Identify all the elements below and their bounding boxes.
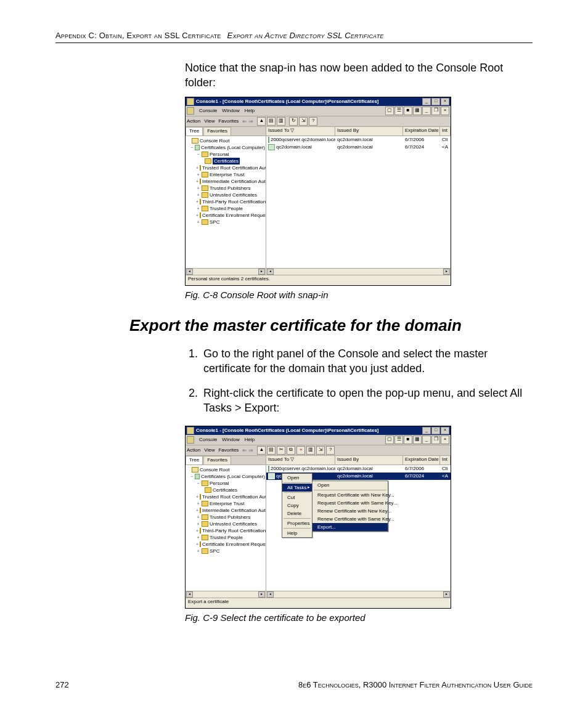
child-restore-button[interactable]: ❐	[431, 107, 440, 115]
menu-view[interactable]: View	[204, 118, 214, 124]
tree-hscroll[interactable]: ◂ ▸	[186, 591, 266, 598]
tree-enroll[interactable]: Certificate Enrollment Requests	[202, 541, 266, 548]
tree-body[interactable]: Console Root −Certificates (Local Comput…	[186, 465, 266, 591]
cut-icon[interactable]: ✂	[277, 446, 285, 455]
child-restore-button[interactable]: ❐	[431, 436, 440, 444]
scroll-right-icon[interactable]: ▸	[443, 269, 450, 275]
tree-trusted-root[interactable]: Trusted Root Certification Authoritie	[202, 493, 266, 500]
col-intended[interactable]: Int	[440, 456, 451, 465]
ctx-renew-new-key[interactable]: Renew Certificate with New Key...	[312, 507, 388, 515]
col-intended[interactable]: Int	[440, 127, 451, 136]
ctx-delete[interactable]: Delete	[282, 509, 312, 517]
scroll-right-icon[interactable]: ▸	[258, 591, 265, 598]
ctx-export[interactable]: Export...	[312, 523, 388, 531]
back-icon[interactable]: ⇐	[242, 447, 247, 453]
new-icon[interactable]: ▢	[385, 107, 394, 115]
close-button[interactable]: ×	[441, 98, 449, 105]
back-icon[interactable]: ⇐	[242, 118, 247, 124]
ctx-copy[interactable]: Copy	[282, 501, 312, 509]
tree-trusted-pub[interactable]: Trusted Publishers	[210, 514, 250, 521]
list-icon[interactable]: ▤	[267, 117, 276, 126]
copy-icon[interactable]: ⧉	[287, 446, 295, 455]
table-row[interactable]: 2000qcserver.qc2domain.local qc2domain.l…	[266, 136, 451, 144]
col-issued-to[interactable]: Issued To ▽	[266, 127, 335, 136]
menu-window[interactable]: Window	[222, 108, 239, 113]
ctx-help[interactable]: Help	[282, 529, 312, 537]
tree-certificates[interactable]: Certificates	[213, 487, 237, 493]
menu-console[interactable]: Console	[199, 437, 217, 442]
col-expiration[interactable]: Expiration Date	[403, 456, 440, 465]
menu-window[interactable]: Window	[222, 437, 239, 442]
open-icon[interactable]: ☰	[394, 107, 403, 115]
tab-tree[interactable]: Tree	[186, 127, 203, 136]
minimize-button[interactable]: _	[422, 98, 431, 105]
tree-spc[interactable]: SPC	[210, 548, 219, 554]
tree-enterprise[interactable]: Enterprise Trust	[210, 171, 244, 178]
list-icon[interactable]: ▤	[267, 446, 276, 455]
menu-console[interactable]: Console	[199, 108, 217, 113]
child-minimize-button[interactable]: _	[422, 436, 431, 444]
props-icon[interactable]: ▥	[277, 117, 285, 126]
list-hscroll[interactable]: ◂ ▸	[266, 268, 451, 275]
scroll-left-icon[interactable]: ◂	[267, 591, 274, 598]
menu-action[interactable]: Action	[187, 447, 200, 453]
delete-icon[interactable]: ×	[296, 446, 305, 455]
up-icon[interactable]: ▲	[257, 446, 266, 455]
help-icon[interactable]: ?	[326, 446, 335, 455]
help-icon[interactable]: ?	[309, 117, 317, 126]
ctx-sub-open[interactable]: Open	[312, 481, 388, 489]
child-minimize-button[interactable]: _	[422, 107, 431, 115]
tree-intermediate[interactable]: Intermediate Certification Authoritie	[202, 507, 266, 514]
ctx-renew-same-key[interactable]: Renew Certificate with Same Key...	[312, 515, 388, 523]
tree-trusted-people[interactable]: Trusted People	[210, 205, 243, 212]
tree-cert-local[interactable]: Certificates (Local Computer)	[201, 144, 265, 151]
props-icon[interactable]: ▥	[306, 446, 315, 455]
tree-enroll[interactable]: Certificate Enrollment Requests	[202, 212, 266, 219]
menu-help[interactable]: Help	[245, 437, 255, 442]
ctx-open[interactable]: Open	[282, 474, 312, 482]
tree-trusted-people[interactable]: Trusted People	[210, 534, 243, 541]
menu-favorites[interactable]: Favorites	[218, 118, 239, 124]
open-icon[interactable]: ☰	[394, 436, 403, 444]
list-body[interactable]: 2000qcserver.qc2domain.local qc2domain.l…	[266, 136, 451, 268]
table-row[interactable]: qc2domain.local qc2domain.local 6/7/2024…	[266, 144, 451, 151]
grid-icon[interactable]: ▦	[413, 107, 422, 115]
child-close-button[interactable]: ×	[441, 107, 449, 115]
scroll-left-icon[interactable]: ◂	[186, 591, 193, 598]
table-row[interactable]: 2000qcserver.qc2domain.local qc2domain.l…	[266, 465, 451, 473]
list-hscroll[interactable]: ◂ ▸	[266, 591, 451, 598]
tab-favorites[interactable]: Favorites	[203, 456, 231, 465]
forward-icon[interactable]: ⇒	[248, 447, 253, 453]
minimize-button[interactable]: _	[422, 427, 431, 434]
menu-view[interactable]: View	[204, 447, 214, 453]
tree-thirdparty[interactable]: Third-Party Root Certification Autho	[202, 198, 266, 205]
tree-console-root[interactable]: Console Root	[200, 137, 229, 144]
save-icon[interactable]: ■	[404, 107, 412, 115]
scroll-right-icon[interactable]: ▸	[258, 269, 265, 275]
tree-trusted-root[interactable]: Trusted Root Certification Authoritie	[202, 164, 266, 171]
tree-thirdparty[interactable]: Third-Party Root Certification Autho	[202, 527, 266, 534]
scroll-right-icon[interactable]: ▸	[443, 591, 450, 598]
ctx-request-new-key[interactable]: Request Certificate with New Key...	[312, 491, 388, 499]
ctx-all-tasks[interactable]: All Tasks▸	[282, 484, 312, 492]
scroll-left-icon[interactable]: ◂	[186, 269, 193, 275]
ctx-request-same-key[interactable]: Request Certificate with Same Key...	[312, 499, 388, 507]
export-icon[interactable]: ⇲	[299, 117, 308, 126]
save-icon[interactable]: ■	[404, 436, 412, 444]
col-issued-by[interactable]: Issued By	[335, 456, 403, 465]
new-icon[interactable]: ▢	[385, 436, 394, 444]
tree-cert-local[interactable]: Certificates (Local Computer)	[201, 473, 265, 480]
export-icon[interactable]: ⇲	[316, 446, 325, 455]
col-expiration[interactable]: Expiration Date	[403, 127, 440, 136]
tree-intermediate[interactable]: Intermediate Certification Authoritie	[202, 178, 266, 185]
up-icon[interactable]: ▲	[257, 117, 266, 126]
tree-console-root[interactable]: Console Root	[200, 466, 229, 473]
child-close-button[interactable]: ×	[441, 436, 449, 444]
tree-enterprise[interactable]: Enterprise Trust	[210, 500, 244, 507]
ctx-cut[interactable]: Cut	[282, 493, 312, 501]
tree-personal[interactable]: Personal	[210, 480, 229, 487]
menu-action[interactable]: Action	[187, 118, 200, 124]
tree-personal[interactable]: Personal	[210, 151, 229, 158]
forward-icon[interactable]: ⇒	[248, 118, 253, 124]
tree-body[interactable]: Console Root −Certificates (Local Comput…	[186, 136, 266, 268]
